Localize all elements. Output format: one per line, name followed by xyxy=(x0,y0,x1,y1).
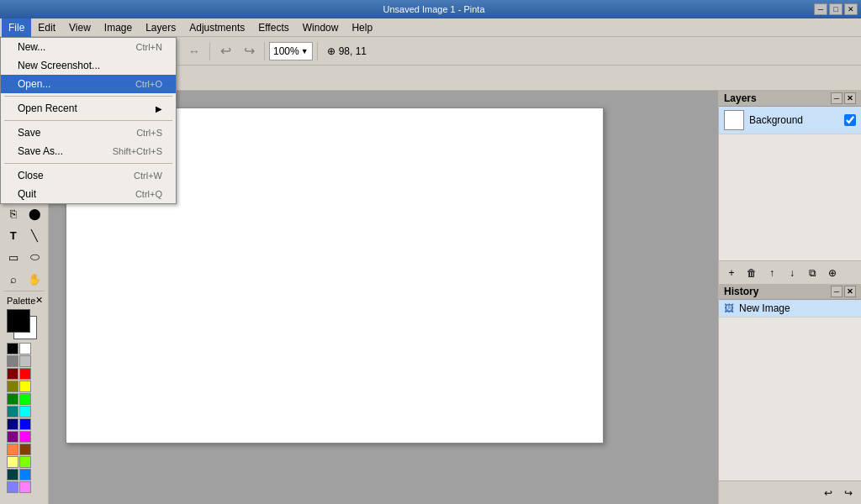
separator3 xyxy=(209,42,210,60)
palette-close[interactable]: ✕ xyxy=(35,295,43,306)
palette-color-swatch[interactable] xyxy=(7,469,18,480)
separator4 xyxy=(264,42,265,60)
history-undo-btn[interactable]: ↩ xyxy=(819,484,837,502)
right-panel: Layers ─ ✕ Background + 🗑 ↑ ↓ ⧉ ⊕ xyxy=(718,91,861,504)
tool-row-8: ▭ ⬭ xyxy=(3,247,45,267)
palette-color-swatch[interactable] xyxy=(19,393,31,405)
tool-clone[interactable]: ⎘ xyxy=(3,203,24,223)
layers-dup-btn[interactable]: ⧉ xyxy=(803,264,821,282)
tool-row-9: ⌕ ✋ xyxy=(3,269,45,289)
coords-value: 98, 11 xyxy=(339,45,367,57)
palette-color-swatch[interactable] xyxy=(7,355,18,367)
layers-title: Layers xyxy=(724,92,757,104)
palette-color-swatch[interactable] xyxy=(19,481,31,493)
foreground-color-box[interactable] xyxy=(7,309,30,333)
minimize-button[interactable]: ─ xyxy=(814,3,827,15)
palette-color-swatch[interactable] xyxy=(7,368,18,380)
menu-new[interactable]: New... Ctrl+N xyxy=(1,38,176,56)
history-item-icon: 🖼 xyxy=(724,302,734,314)
history-redo-btn[interactable]: ↪ xyxy=(839,484,858,502)
history-panel-controls: ─ ✕ xyxy=(831,286,856,297)
toolbar-redo[interactable]: ↪ xyxy=(238,40,260,62)
tool-pan[interactable]: ✋ xyxy=(25,269,45,289)
menu-save-as[interactable]: Save As... Shift+Ctrl+S xyxy=(1,142,176,160)
layers-merge-btn[interactable]: ⊕ xyxy=(823,264,842,282)
menu-window[interactable]: Window xyxy=(296,18,346,37)
zoom-dropdown-icon[interactable]: ▼ xyxy=(301,47,309,55)
layers-close-btn[interactable]: ✕ xyxy=(844,92,856,104)
maximize-button[interactable]: □ xyxy=(829,3,843,15)
title-bar: Unsaved Image 1 - Pinta ─ □ ✕ xyxy=(0,0,861,18)
history-toolbar: ↩ ↪ xyxy=(719,480,861,504)
menu-close[interactable]: Close Ctrl+W xyxy=(1,166,176,185)
palette-color-swatch[interactable] xyxy=(7,431,18,443)
layers-minimize-btn[interactable]: ─ xyxy=(831,92,843,104)
menu-edit[interactable]: Edit xyxy=(31,18,62,37)
palette-color-swatch[interactable] xyxy=(7,481,18,493)
layer-item-background[interactable]: Background xyxy=(719,107,861,134)
title-bar-title: Unsaved Image 1 - Pinta xyxy=(54,4,814,14)
palette-grid xyxy=(7,343,41,493)
layers-delete-btn[interactable]: 🗑 xyxy=(742,264,761,282)
toolbar-undo[interactable]: ↩ xyxy=(214,40,236,62)
layers-add-btn[interactable]: + xyxy=(722,264,741,282)
palette-color-swatch[interactable] xyxy=(19,381,31,392)
layer-visibility-checkbox[interactable] xyxy=(844,114,856,126)
tool-row-6: ⎘ ⬤ xyxy=(3,203,45,223)
tool-recolor[interactable]: ⬤ xyxy=(25,203,45,223)
toolbar-resize[interactable]: ↔ xyxy=(183,40,205,62)
menu-image[interactable]: Image xyxy=(98,18,139,37)
history-minimize-btn[interactable]: ─ xyxy=(831,286,843,297)
history-item-label: New Image xyxy=(739,302,790,314)
menu-new-screenshot[interactable]: New Screenshot... xyxy=(1,56,176,75)
menu-view[interactable]: View xyxy=(62,18,98,37)
separator5 xyxy=(317,42,318,60)
menu-open-recent[interactable]: Open Recent ▶ xyxy=(1,99,176,118)
palette-color-swatch[interactable] xyxy=(19,368,31,380)
layers-toolbar: + 🗑 ↑ ↓ ⧉ ⊕ xyxy=(719,260,861,284)
file-dropdown: New... Ctrl+N New Screenshot... Open... … xyxy=(0,37,177,204)
palette-color-swatch[interactable] xyxy=(7,343,18,354)
layer-name: Background xyxy=(749,114,839,126)
history-item-new-image[interactable]: 🖼 New Image xyxy=(719,300,861,318)
zoom-control: 100% ▼ xyxy=(269,42,313,60)
coords-icon: ⊕ xyxy=(327,45,335,57)
palette-color-swatch[interactable] xyxy=(7,406,18,417)
palette-color-swatch[interactable] xyxy=(7,444,18,455)
palette-color-swatch[interactable] xyxy=(19,444,31,455)
palette-color-swatch[interactable] xyxy=(19,431,31,443)
tool-zoom[interactable]: ⌕ xyxy=(3,269,24,289)
tool-line[interactable]: ╲ xyxy=(25,225,45,245)
palette-color-swatch[interactable] xyxy=(7,456,18,468)
palette-color-swatch[interactable] xyxy=(19,406,31,417)
menu-save[interactable]: Save Ctrl+S xyxy=(1,123,176,142)
menu-file[interactable]: File xyxy=(2,18,31,37)
menubar: File Edit View Image Layers Adjustments … xyxy=(0,18,861,37)
layers-panel: Layers ─ ✕ Background + 🗑 ↑ ↓ ⧉ ⊕ xyxy=(719,91,861,284)
palette-color-swatch[interactable] xyxy=(7,381,18,392)
menu-open[interactable]: Open... Ctrl+O xyxy=(1,75,176,93)
tool-rect-shape[interactable]: ▭ xyxy=(3,247,24,267)
palette-color-swatch[interactable] xyxy=(19,343,31,354)
palette-color-swatch[interactable] xyxy=(19,418,31,430)
layers-content: Background xyxy=(719,107,861,260)
close-button[interactable]: ✕ xyxy=(844,3,858,15)
palette-color-swatch[interactable] xyxy=(19,456,31,468)
history-content: 🖼 New Image xyxy=(719,300,861,480)
menu-help[interactable]: Help xyxy=(345,18,379,37)
palette-color-swatch[interactable] xyxy=(7,393,18,405)
menu-layers[interactable]: Layers xyxy=(139,18,182,37)
menu-adjustments[interactable]: Adjustments xyxy=(182,18,251,37)
tool-text[interactable]: T xyxy=(3,225,24,245)
tool-ellipse-shape[interactable]: ⬭ xyxy=(25,247,45,267)
history-close-btn[interactable]: ✕ xyxy=(844,286,856,297)
separator-2 xyxy=(4,120,172,121)
palette-color-swatch[interactable] xyxy=(19,469,31,480)
palette-color-swatch[interactable] xyxy=(19,355,31,367)
menu-effects[interactable]: Effects xyxy=(251,18,295,37)
palette-color-swatch[interactable] xyxy=(7,418,18,430)
layers-up-btn[interactable]: ↑ xyxy=(763,264,781,282)
menu-quit[interactable]: Quit Ctrl+Q xyxy=(1,185,176,203)
layers-down-btn[interactable]: ↓ xyxy=(783,264,801,282)
tool-row-7: T ╲ xyxy=(3,225,45,245)
